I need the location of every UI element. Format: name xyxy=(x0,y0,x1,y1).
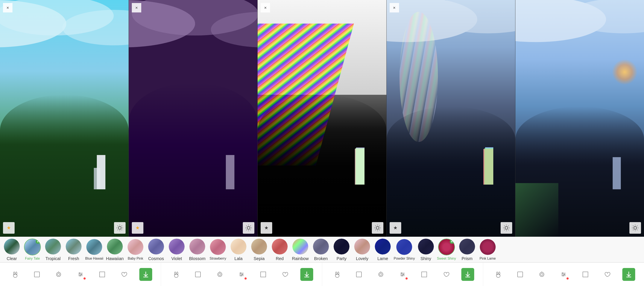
filter-item-party[interactable]: Party xyxy=(332,238,351,261)
square-btn-3[interactable] xyxy=(418,268,430,281)
filter-item-sepia[interactable]: Sepia xyxy=(250,238,269,261)
heart-btn-2[interactable] xyxy=(278,268,291,281)
rabbit-btn-2[interactable] xyxy=(170,268,183,281)
adjust-btn-2[interactable] xyxy=(235,268,248,281)
filter-item-broken[interactable]: Broken xyxy=(311,238,330,261)
filter-item-lala[interactable]: Lala xyxy=(229,238,248,261)
svg-point-60 xyxy=(56,272,61,277)
panel-4-brightness[interactable] xyxy=(500,222,512,234)
svg-point-112 xyxy=(564,274,565,275)
panel-4-fav[interactable]: ★ xyxy=(390,222,401,234)
filter-item-blossom[interactable]: Blossom xyxy=(188,238,207,261)
square-btn-2[interactable] xyxy=(257,268,270,281)
panel-4-close[interactable]: × xyxy=(390,3,399,12)
filter-thumb-inner-pinklame xyxy=(480,239,496,255)
adjust-btn-3[interactable] xyxy=(396,268,409,281)
panel-2-fav[interactable]: ★ xyxy=(132,222,144,234)
download-btn-3[interactable] xyxy=(461,268,474,281)
filter-label-lovely: Lovely xyxy=(356,256,368,261)
svg-line-54 xyxy=(633,230,634,230)
svg-point-105 xyxy=(540,272,544,277)
filter-item-prism[interactable]: Prism xyxy=(458,238,477,261)
crop-btn-3[interactable] xyxy=(352,268,365,281)
panel-1-fav[interactable]: ★ xyxy=(3,222,14,234)
filter-item-rainbow[interactable]: Rainbow xyxy=(291,238,310,261)
circle-btn-2[interactable] xyxy=(214,268,226,281)
svg-point-76 xyxy=(219,273,221,276)
filter-label-bluehawaii: Blue Hawaii xyxy=(85,257,103,261)
filter-label-violet: Violet xyxy=(171,256,182,261)
building-3-green xyxy=(356,148,364,185)
filter-item-red[interactable]: Red xyxy=(270,238,289,261)
filter-thumb-inner-powdershiny xyxy=(396,239,412,255)
sun-flare xyxy=(612,59,638,85)
download-btn-1[interactable] xyxy=(139,268,152,281)
filter-thumb-lame xyxy=(374,238,391,255)
panel-3-fav[interactable]: ★ xyxy=(260,222,272,234)
filter-label-strawberry: Strawberry xyxy=(210,257,226,261)
filter-item-sweetshiny[interactable]: ★Sweet Shiny xyxy=(437,239,456,261)
panel-2-close[interactable]: × xyxy=(132,3,141,12)
filter-label-party: Party xyxy=(336,256,347,261)
filter-item-bluehawaii[interactable]: Blue Hawaii xyxy=(84,239,104,261)
circle-btn-4[interactable] xyxy=(536,268,548,281)
rabbit-btn-3[interactable] xyxy=(331,268,344,281)
filter-item-fresh[interactable]: Fresh xyxy=(64,238,83,261)
filter-item-lame[interactable]: Lame xyxy=(373,238,392,261)
download-btn-4[interactable] xyxy=(622,268,635,281)
heart-btn-3[interactable] xyxy=(440,268,452,281)
filter-item-pinklame[interactable]: Pink Lame xyxy=(478,239,498,261)
filter-item-tropical[interactable]: Tropical xyxy=(43,238,63,261)
square-btn-1[interactable] xyxy=(96,268,108,281)
filter-item-clear[interactable]: Clear xyxy=(2,238,22,261)
filter-item-shiny[interactable]: Shiny xyxy=(416,238,436,261)
filter-item-hawaiian[interactable]: Hawaiian xyxy=(105,238,124,261)
circle-btn-1[interactable] xyxy=(52,268,65,281)
filter-item-lovely[interactable]: Lovely xyxy=(352,238,372,261)
filter-label-lala: Lala xyxy=(234,256,242,261)
crop-btn-1[interactable] xyxy=(30,268,43,281)
square-btn-4[interactable] xyxy=(579,268,592,281)
filter-thumb-lovely xyxy=(354,238,370,255)
filter-item-fairytale[interactable]: ★Fairy Tale xyxy=(23,239,42,261)
svg-rect-69 xyxy=(100,272,105,277)
filter-label-lame: Lame xyxy=(378,256,388,261)
panel-5-brightness[interactable] xyxy=(630,222,641,234)
filter-label-clear: Clear xyxy=(7,256,17,261)
panel-1-close[interactable]: × xyxy=(3,3,12,12)
filter-thumb-hawaiian xyxy=(106,238,123,255)
filter-label-broken: Broken xyxy=(314,256,328,261)
filter-item-violet[interactable]: Violet xyxy=(167,238,186,261)
filter-label-pinklame: Pink Lame xyxy=(480,257,496,261)
rabbit-btn-1[interactable] xyxy=(9,268,22,281)
panel-3-close[interactable]: × xyxy=(260,3,270,12)
heart-btn-1[interactable] xyxy=(118,268,130,281)
filter-thumb-fairytale: ★ xyxy=(24,239,41,255)
svg-point-82 xyxy=(242,274,243,275)
panel-1-bg xyxy=(0,0,128,237)
rabbit-btn-4[interactable] xyxy=(492,268,505,281)
panel-3-bg xyxy=(258,0,386,237)
crop-btn-2[interactable] xyxy=(192,268,204,281)
circle-btn-3[interactable] xyxy=(374,268,387,281)
svg-point-25 xyxy=(376,226,379,229)
filter-item-cosmos[interactable]: Cosmos xyxy=(146,238,166,261)
svg-point-98 xyxy=(402,275,403,276)
adjust-btn-1[interactable] xyxy=(74,268,87,281)
panel-2-brightness[interactable] xyxy=(243,222,254,234)
filter-item-strawberry[interactable]: Strawberry xyxy=(208,239,228,261)
crop-btn-4[interactable] xyxy=(514,268,526,281)
adjust-btn-4[interactable] xyxy=(557,268,570,281)
filter-thumb-lala xyxy=(230,238,247,255)
filter-item-powdershiny[interactable]: Powder Shiny xyxy=(394,239,415,261)
filter-label-sweetshiny: Sweet Shiny xyxy=(437,257,456,261)
download-btn-2[interactable] xyxy=(300,268,313,281)
heart-btn-4[interactable] xyxy=(601,268,614,281)
filter-thumb-party xyxy=(333,238,350,255)
filter-item-babypink[interactable]: Baby Pink xyxy=(126,239,145,261)
svg-line-43 xyxy=(504,230,504,230)
building-5 xyxy=(613,157,621,189)
panel-3-brightness[interactable] xyxy=(372,222,384,234)
panel-1-brightness[interactable] xyxy=(114,222,126,234)
filter-thumb-broken xyxy=(312,238,329,255)
